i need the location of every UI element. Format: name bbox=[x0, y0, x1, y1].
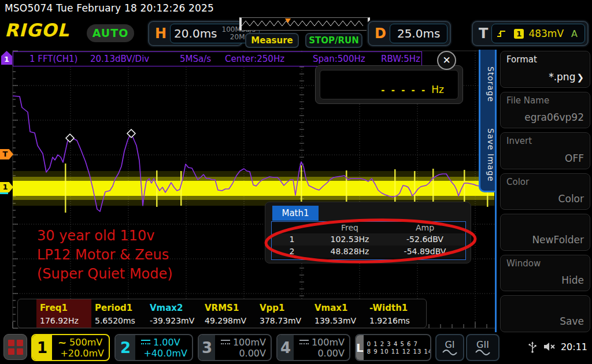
meas-label: Freq1 bbox=[40, 303, 91, 313]
meas-value: 49.298mV bbox=[205, 316, 256, 325]
fft-info-bar[interactable]: 1 FFT(CH1) 20.13dBV/Div 5MSa/s Center:25… bbox=[13, 51, 422, 66]
menu-save-button[interactable]: Save bbox=[500, 295, 590, 332]
measure-button[interactable]: Measure bbox=[245, 33, 299, 48]
menu-value: NewFolder bbox=[532, 234, 584, 246]
channel2-badge[interactable]: 2 1.00V +40.0mV bbox=[114, 334, 193, 361]
measurement-vrms1[interactable]: VRMS1 49.298mV bbox=[201, 299, 256, 328]
row1-amp: -52.6dBV bbox=[387, 233, 462, 246]
logic-channels-badge[interactable]: L 0 1 2 3 4 5 6 7 8 9 10 11 12 13 14 15 bbox=[355, 334, 431, 361]
channel3-number: 3 bbox=[199, 335, 215, 360]
fft-scale: 20.13dBV/Div bbox=[90, 54, 149, 64]
math1-table-header: Freq Amp bbox=[272, 222, 465, 233]
table-row: 2 48.828Hz -54.89dBV bbox=[272, 246, 465, 258]
menu-label: Window bbox=[506, 258, 541, 269]
menu-value: Hide bbox=[561, 274, 584, 286]
row2-index: 2 bbox=[272, 246, 312, 258]
menu-window-button[interactable]: Window Hide bbox=[500, 255, 590, 292]
sine-wave-icon bbox=[442, 350, 457, 355]
meas-label: Vmax1 bbox=[314, 303, 366, 313]
preview-zigzag bbox=[242, 18, 367, 30]
menu-invert-button[interactable]: Invert OFF bbox=[500, 132, 590, 169]
horizontal-timebase-panel[interactable]: H 20.0ms 100MSa/s 20Mpts bbox=[148, 21, 243, 46]
meas-label: Vmax2 bbox=[150, 303, 201, 313]
measurement-vmax1[interactable]: Vmax1 139.53mV bbox=[311, 299, 366, 328]
generator1-label: GI bbox=[445, 340, 454, 350]
meas-label: Period1 bbox=[95, 303, 146, 313]
menu-format-button[interactable]: Format *.png❯ bbox=[500, 51, 590, 88]
os-bar: MSO5074 Tue February 18 20:12:26 2025 bbox=[0, 0, 592, 16]
measurement-freq1[interactable]: Freq1 176.92Hz bbox=[36, 299, 91, 328]
channel2-offset: +40.0mV bbox=[143, 348, 187, 359]
measurement-period1[interactable]: Period1 5.6520ms bbox=[91, 299, 146, 328]
generator2-button[interactable]: GII bbox=[466, 334, 500, 361]
app-grid-icon[interactable] bbox=[3, 334, 27, 360]
t-label: T bbox=[479, 25, 488, 42]
meas-value: 378.73mV bbox=[260, 316, 311, 325]
acquisition-mode-badge: AUTO bbox=[87, 24, 134, 42]
meas-value: -39.923mV bbox=[150, 316, 201, 325]
channel2-scale: 1.00V bbox=[153, 337, 180, 348]
tab-save-image[interactable]: Save Image bbox=[480, 120, 495, 191]
col-index bbox=[272, 222, 312, 233]
trigger-level-value: 483mV bbox=[528, 28, 564, 39]
sidebar-tab-strip: Storage Save Image bbox=[479, 49, 495, 192]
usb-icon bbox=[528, 341, 536, 353]
measurement-vmax2[interactable]: Vmax2 -39.923mV bbox=[146, 299, 201, 328]
menu-file-name-button[interactable]: File Name egra06vp92 bbox=[500, 92, 590, 129]
channel2-number: 2 bbox=[116, 335, 135, 360]
clock-time: 20:11 bbox=[561, 341, 587, 352]
toolbar: RIGOL AUTO H 20.0ms 100MSa/s 20Mpts Meas… bbox=[0, 16, 592, 50]
channel1-scale: 500mV bbox=[69, 337, 102, 348]
trigger-panel[interactable]: T 1 483mV A bbox=[472, 21, 589, 46]
menu-label: File Name bbox=[506, 95, 549, 106]
meas-label: VRMS1 bbox=[205, 303, 256, 313]
dc-coupling-icon bbox=[141, 340, 150, 344]
trigger-display: 1 483mV A bbox=[491, 24, 585, 43]
math1-tab[interactable]: Math1 bbox=[272, 206, 319, 221]
rigol-logo: RIGOL bbox=[5, 20, 69, 40]
menu-label: Color bbox=[506, 177, 529, 187]
measurement-nwidth1[interactable]: -Width1 1.9216ms bbox=[366, 299, 421, 328]
close-icon[interactable]: ✕ bbox=[437, 51, 456, 70]
frequency-counter-popup: - - - - - Hz bbox=[315, 65, 463, 104]
menu-new-folder-button[interactable]: NewFolder bbox=[500, 214, 590, 251]
sidebar-menu: Format *.png❯ File Name egra06vp92 Inver… bbox=[495, 49, 592, 332]
fft-trace-label: 1 FFT(CH1) bbox=[29, 54, 77, 64]
annotation-line3: (Super Quiet Mode) bbox=[37, 265, 173, 284]
measurement-vpp1[interactable]: Vpp1 378.73mV bbox=[256, 299, 311, 328]
menu-label: Invert bbox=[506, 136, 532, 146]
waveform-preview-strip[interactable] bbox=[239, 17, 370, 31]
oscilloscope-screen: MSO5074 Tue February 18 20:12:26 2025 RI… bbox=[0, 0, 592, 364]
chevron-right-icon: ❯ bbox=[576, 72, 584, 83]
tab-storage[interactable]: Storage bbox=[480, 49, 495, 120]
meas-label: -Width1 bbox=[369, 303, 421, 313]
speaker-muted-icon[interactable] bbox=[543, 341, 556, 352]
menu-value: egra06vp92 bbox=[524, 112, 584, 123]
delay-value: 25.0ms bbox=[390, 24, 447, 43]
model-and-datetime: MSO5074 Tue February 18 20:12:26 2025 bbox=[5, 2, 214, 14]
d-label: D bbox=[375, 25, 386, 42]
frequency-counter-value: - - - - - bbox=[381, 85, 427, 95]
logic-row2: 8 9 10 11 12 13 14 15 bbox=[367, 348, 431, 355]
generator1-button[interactable]: GI bbox=[435, 334, 464, 361]
generator2-label: GII bbox=[476, 340, 489, 350]
channel3-offset: 0.00V bbox=[239, 348, 266, 359]
row2-amp: -54.89dBV bbox=[387, 246, 462, 258]
channel4-badge[interactable]: 4 100mV 0.00V bbox=[276, 334, 350, 361]
menu-value: OFF bbox=[565, 153, 584, 164]
menu-color-button[interactable]: Color Color bbox=[500, 173, 590, 210]
math1-popup: Math1 Freq Amp 1 102.53Hz -52.6dBV 2 48.… bbox=[265, 202, 471, 263]
logic-row1: 0 1 2 3 4 5 6 7 bbox=[367, 340, 431, 348]
row1-index: 1 bbox=[272, 233, 312, 246]
row2-freq: 48.828Hz bbox=[312, 246, 387, 258]
stop-run-button[interactable]: STOP/RUN bbox=[305, 33, 362, 48]
meas-value: 1.9216ms bbox=[369, 316, 421, 325]
channel3-badge[interactable]: 3 100mV 0.00V bbox=[198, 334, 272, 361]
delay-panel[interactable]: D 25.0ms bbox=[368, 21, 451, 46]
sine-wave-icon bbox=[475, 350, 490, 355]
channel1-badge[interactable]: 1 ~500mV +20.0mV bbox=[31, 334, 110, 361]
meas-value: 176.92Hz bbox=[40, 316, 91, 325]
menu-value: *.png❯ bbox=[549, 71, 584, 83]
fft-span: Span:500Hz bbox=[313, 54, 365, 64]
measurement-bar: Freq1 176.92Hz Period1 5.6520ms Vmax2 -3… bbox=[17, 299, 427, 328]
